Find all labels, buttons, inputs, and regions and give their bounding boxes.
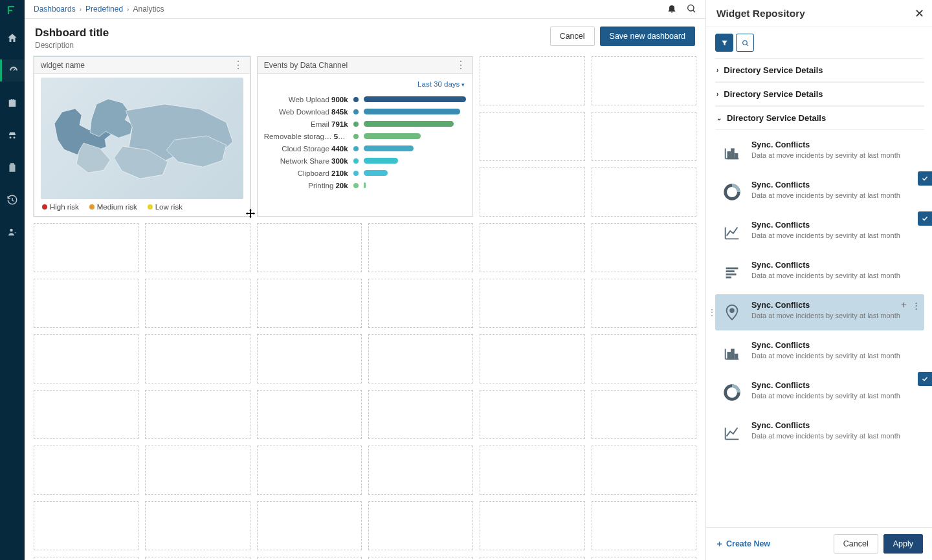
grid-cell[interactable] <box>592 223 696 272</box>
repo-widget-item[interactable]: Sync. ConflictsData at move incidents by… <box>715 374 924 411</box>
cancel-button[interactable]: Cancel <box>550 27 595 46</box>
repo-section-header[interactable]: ›Directory Service Details <box>715 58 924 82</box>
grid-cell[interactable] <box>34 223 139 272</box>
breadcrumb-root[interactable]: Dashboards <box>34 5 76 14</box>
repo-widget-item[interactable]: Sync. ConflictsData at move incidents by… <box>715 334 924 371</box>
grid-cell[interactable] <box>480 56 584 105</box>
dashboard-grid[interactable]: widget name ⋮ <box>34 56 696 560</box>
repo-section-header[interactable]: ⌄Directory Service Details <box>715 106 924 130</box>
save-dashboard-button[interactable]: Save new dashboard <box>600 27 695 46</box>
grid-cell[interactable] <box>480 223 584 272</box>
repo-widget-item[interactable]: Sync. ConflictsData at move incidents by… <box>715 134 924 170</box>
grid-cell[interactable] <box>257 334 362 383</box>
grid-cell[interactable] <box>480 557 584 560</box>
grid-cell[interactable] <box>592 56 696 105</box>
grid-cell[interactable] <box>480 501 584 550</box>
grid-cell[interactable] <box>257 557 362 560</box>
grid-cell[interactable] <box>368 279 473 328</box>
resize-handle-icon[interactable] <box>243 208 258 224</box>
grid-cell[interactable] <box>368 501 473 550</box>
grid-cell[interactable] <box>34 390 139 439</box>
grid-cell[interactable] <box>257 446 362 495</box>
widget-menu-icon[interactable]: ⋮ <box>233 60 243 70</box>
svg-rect-13 <box>731 349 734 359</box>
plus-icon: ＋ <box>715 539 724 550</box>
svg-rect-8 <box>726 270 735 272</box>
grid-cell[interactable] <box>480 446 584 495</box>
chevron-right-icon: › <box>716 91 718 98</box>
grid-cell[interactable] <box>592 501 696 550</box>
widget-type-icon <box>720 341 744 364</box>
grid-cell[interactable] <box>257 279 362 328</box>
grid-cell[interactable] <box>34 446 139 495</box>
grid-cell[interactable] <box>480 167 584 217</box>
grid-cell[interactable] <box>592 557 696 560</box>
grid-cell[interactable] <box>145 334 250 383</box>
repo-item-subtitle: Data at move incidents by sevirity at la… <box>751 191 919 200</box>
filter-button[interactable] <box>715 34 733 52</box>
grid-cell[interactable] <box>480 279 584 328</box>
grid-cell[interactable] <box>480 334 584 383</box>
grid-cell[interactable] <box>145 279 250 328</box>
nav-clipboard[interactable] <box>0 156 25 178</box>
plus-icon[interactable] <box>900 301 908 311</box>
grid-cell[interactable] <box>34 501 139 550</box>
grid-cell[interactable] <box>592 279 696 328</box>
grid-cell[interactable] <box>592 167 696 217</box>
repo-widget-item[interactable]: Sync. ConflictsData at move incidents by… <box>715 415 924 451</box>
grid-cell[interactable] <box>145 557 250 560</box>
search-icon[interactable] <box>686 3 696 16</box>
widget-type-icon <box>720 301 744 324</box>
grid-cell[interactable] <box>592 334 696 383</box>
search-button[interactable] <box>736 34 754 52</box>
panel-cancel-button[interactable]: Cancel <box>834 534 878 554</box>
repo-item-subtitle: Data at move incidents by sevirity at la… <box>751 231 919 240</box>
repo-widget-item[interactable]: Sync. ConflictsData at move incidents by… <box>715 214 924 250</box>
widget-bar-chart[interactable]: Events by Data Channel ⋮ Last 30 days▾ W… <box>257 56 474 217</box>
grid-cell[interactable] <box>592 112 696 161</box>
breadcrumb-mid[interactable]: Predefined <box>85 5 123 14</box>
repo-section-header[interactable]: ›Directory Service Details <box>715 82 924 106</box>
time-range-selector[interactable]: Last 30 days▾ <box>264 78 467 93</box>
repo-widget-item[interactable]: Sync. ConflictsData at move incidents by… <box>715 254 924 290</box>
widget-map[interactable]: widget name ⋮ <box>34 56 250 217</box>
grid-cell[interactable] <box>480 390 584 439</box>
widget-menu-icon[interactable]: ⋮ <box>456 60 466 70</box>
grid-cell[interactable] <box>34 557 139 560</box>
grid-cell[interactable] <box>34 334 139 383</box>
grid-cell[interactable] <box>145 446 250 495</box>
grid-cell[interactable] <box>145 501 250 550</box>
nav-user-settings[interactable] <box>0 221 25 243</box>
grid-cell[interactable] <box>592 390 696 439</box>
nav-history[interactable] <box>0 189 25 211</box>
grid-cell[interactable] <box>257 223 362 272</box>
grid-cell[interactable] <box>145 390 250 439</box>
bell-icon[interactable] <box>667 3 677 16</box>
chart-bar-row: Web Upload 900k <box>264 93 467 105</box>
chart-bar-row: Printing 20k <box>264 179 467 191</box>
more-icon[interactable]: ⋮ <box>912 301 920 311</box>
repo-item-subtitle: Data at move incidents by sevirity at la… <box>751 431 919 440</box>
grid-cell[interactable] <box>257 501 362 550</box>
grid-cell[interactable] <box>368 557 473 560</box>
grid-cell[interactable] <box>592 446 696 495</box>
nav-briefcase[interactable] <box>0 92 25 114</box>
drag-handle-icon[interactable]: ⋮ <box>707 307 716 318</box>
grid-cell[interactable] <box>145 223 250 272</box>
repo-widget-item[interactable]: Sync. ConflictsData at move incidents by… <box>715 174 924 210</box>
repo-widget-item[interactable]: Sync. ConflictsData at move incidents by… <box>715 294 924 330</box>
grid-cell[interactable] <box>368 334 473 383</box>
panel-apply-button[interactable]: Apply <box>883 534 923 554</box>
grid-cell[interactable] <box>368 446 473 495</box>
nav-home[interactable] <box>0 27 25 49</box>
grid-cell[interactable] <box>34 279 139 328</box>
close-icon[interactable]: ✕ <box>915 6 924 21</box>
create-new-button[interactable]: ＋ Create New <box>715 539 770 550</box>
grid-cell[interactable] <box>257 390 362 439</box>
nav-incognito[interactable] <box>0 124 25 146</box>
grid-cell[interactable] <box>368 390 473 439</box>
grid-cell[interactable] <box>480 112 584 161</box>
chart-bar-row: Clipboard 210k <box>264 167 467 179</box>
grid-cell[interactable] <box>368 223 473 272</box>
nav-dashboard[interactable] <box>0 59 25 81</box>
